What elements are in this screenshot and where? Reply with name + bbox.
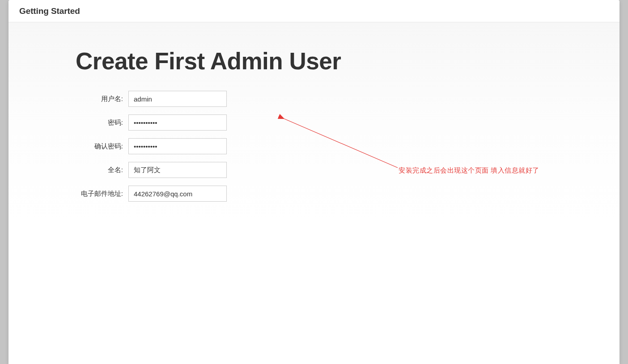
form-row-username: 用户名: [71,91,620,107]
email-label: 电子邮件地址: [71,190,128,198]
username-label: 用户名: [71,95,128,103]
fullname-label: 全名: [71,166,128,174]
admin-user-form: 用户名: 密码: 确认密码: 全名: 电子邮件地址: [8,75,620,202]
form-row-password: 密码: [71,114,620,131]
confirm-password-label: 确认密码: [71,142,128,151]
main-title: Create First Admin User [8,22,620,75]
password-input[interactable] [128,114,227,131]
form-row-confirm-password: 确认密码: [71,138,620,154]
password-label: 密码: [71,119,128,127]
confirm-password-input[interactable] [128,138,227,154]
fullname-input[interactable] [128,162,227,178]
email-input[interactable] [128,186,227,202]
annotation-text: 安装完成之后会出现这个页面 填入信息就好了 [399,166,539,175]
username-input[interactable] [128,91,227,107]
form-row-email: 电子邮件地址: [71,186,620,202]
page-header: Getting Started [8,0,620,22]
page-container: Getting Started Create First Admin User … [8,0,620,364]
header-title: Getting Started [19,6,609,16]
page-content: Create First Admin User 用户名: 密码: 确认密码: 全… [8,22,620,363]
